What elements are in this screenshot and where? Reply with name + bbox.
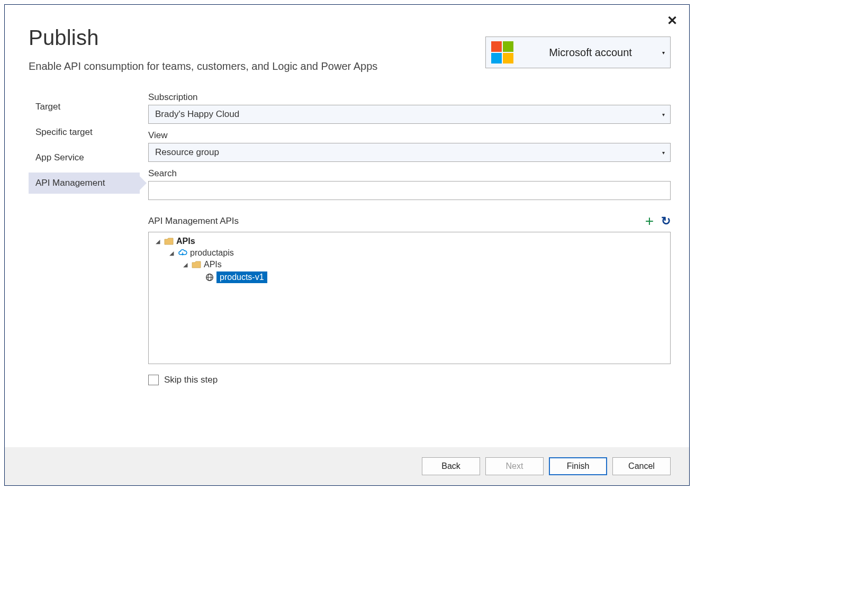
publish-wizard-window: ✕ Microsoft account ▾ Publish Enable API… <box>4 4 690 486</box>
tree-header: API Management APIs + ↻ <box>148 214 671 229</box>
button-label: Next <box>506 461 523 471</box>
globe-icon <box>205 273 214 282</box>
logo-square <box>503 53 513 64</box>
logo-square <box>491 41 502 52</box>
sidebar-item-label: API Management <box>35 178 105 188</box>
tree-node-api-item[interactable]: products-v1 <box>154 270 665 284</box>
button-label: Cancel <box>628 461 655 471</box>
skip-step-checkbox[interactable] <box>148 375 159 385</box>
tree-node-subfolder[interactable]: ◢ APIs <box>154 259 665 270</box>
tree-node-label: APIs <box>176 237 195 246</box>
sidebar-item-api-management[interactable]: API Management <box>29 173 140 194</box>
tree-header-label: API Management APIs <box>148 216 239 227</box>
search-label: Search <box>148 168 671 179</box>
wizard-sidebar: Target Specific target App Service API M… <box>29 91 140 442</box>
sidebar-item-label: Specific target <box>35 127 93 137</box>
microsoft-logo-icon <box>491 41 513 64</box>
chevron-down-icon: ▾ <box>662 112 665 117</box>
tree-node-label: productapis <box>190 248 234 258</box>
search-input[interactable] <box>148 181 671 200</box>
body: Target Specific target App Service API M… <box>5 78 689 447</box>
account-label: Microsoft account <box>519 47 662 59</box>
skip-step-row: Skip this step <box>148 375 671 385</box>
finish-button[interactable]: Finish <box>549 457 607 475</box>
expander-icon[interactable]: ◢ <box>154 238 161 245</box>
tree-node-label: products-v1 <box>216 271 267 283</box>
close-button[interactable]: ✕ <box>667 14 678 27</box>
wizard-footer: Back Next Finish Cancel <box>5 447 689 485</box>
sidebar-item-label: App Service <box>35 152 84 162</box>
logo-square <box>503 41 513 52</box>
sidebar-item-specific-target[interactable]: Specific target <box>29 122 140 143</box>
back-button[interactable]: Back <box>422 457 480 475</box>
sidebar-item-app-service[interactable]: App Service <box>29 147 140 168</box>
sidebar-item-target[interactable]: Target <box>29 96 140 117</box>
tree-node-service[interactable]: ◢ productapis <box>154 247 665 259</box>
expander-icon[interactable]: ◢ <box>168 250 175 257</box>
sidebar-item-label: Target <box>35 102 60 112</box>
expander-icon[interactable]: ◢ <box>182 261 189 268</box>
chevron-down-icon: ▾ <box>662 150 665 156</box>
tree-actions: + ↻ <box>645 214 671 229</box>
account-picker[interactable]: Microsoft account ▾ <box>485 37 671 68</box>
cancel-button[interactable]: Cancel <box>612 457 671 475</box>
main-panel: Subscription Brady's Happy Cloud ▾ View … <box>140 91 671 442</box>
api-tree[interactable]: ◢ APIs ◢ productapis ◢ <box>148 232 671 364</box>
tree-node-label: APIs <box>204 260 222 269</box>
next-button: Next <box>485 457 544 475</box>
add-icon[interactable]: + <box>645 214 654 229</box>
button-label: Back <box>441 461 460 471</box>
subscription-label: Subscription <box>148 92 671 103</box>
view-label: View <box>148 130 671 141</box>
folder-icon <box>164 238 174 245</box>
cloud-icon <box>178 249 187 257</box>
folder-icon <box>192 261 201 268</box>
view-dropdown[interactable]: Resource group ▾ <box>148 143 671 162</box>
logo-square <box>491 53 502 64</box>
subscription-value: Brady's Happy Cloud <box>155 109 239 120</box>
skip-step-label: Skip this step <box>164 375 218 385</box>
subscription-dropdown[interactable]: Brady's Happy Cloud ▾ <box>148 105 671 124</box>
chevron-down-icon: ▾ <box>662 50 665 56</box>
view-value: Resource group <box>155 147 219 158</box>
tree-node-root[interactable]: ◢ APIs <box>154 235 665 247</box>
refresh-icon[interactable]: ↻ <box>661 214 671 228</box>
button-label: Finish <box>567 461 590 471</box>
